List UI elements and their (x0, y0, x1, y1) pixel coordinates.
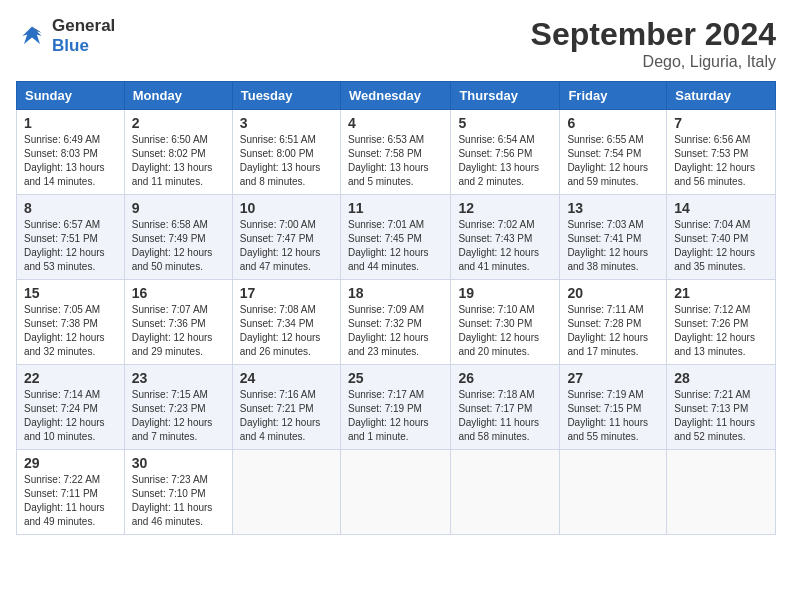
day-info-15: Sunrise: 7:05 AM Sunset: 7:38 PM Dayligh… (24, 303, 117, 359)
col-tuesday: Tuesday (232, 82, 340, 110)
day-info-17: Sunrise: 7:08 AM Sunset: 7:34 PM Dayligh… (240, 303, 333, 359)
day-number-25: 25 (348, 370, 443, 386)
day-info-30: Sunrise: 7:23 AM Sunset: 7:10 PM Dayligh… (132, 473, 225, 529)
day-cell-23: 23 Sunrise: 7:15 AM Sunset: 7:23 PM Dayl… (124, 365, 232, 450)
logo: General Blue (16, 16, 115, 57)
day-info-9: Sunrise: 6:58 AM Sunset: 7:49 PM Dayligh… (132, 218, 225, 274)
day-cell-17: 17 Sunrise: 7:08 AM Sunset: 7:34 PM Dayl… (232, 280, 340, 365)
day-info-3: Sunrise: 6:51 AM Sunset: 8:00 PM Dayligh… (240, 133, 333, 189)
col-sunday: Sunday (17, 82, 125, 110)
day-info-29: Sunrise: 7:22 AM Sunset: 7:11 PM Dayligh… (24, 473, 117, 529)
day-number-10: 10 (240, 200, 333, 216)
day-info-10: Sunrise: 7:00 AM Sunset: 7:47 PM Dayligh… (240, 218, 333, 274)
day-number-19: 19 (458, 285, 552, 301)
week-row-2: 8 Sunrise: 6:57 AM Sunset: 7:51 PM Dayli… (17, 195, 776, 280)
day-cell-7: 7 Sunrise: 6:56 AM Sunset: 7:53 PM Dayli… (667, 110, 776, 195)
day-number-23: 23 (132, 370, 225, 386)
day-number-30: 30 (132, 455, 225, 471)
location: Dego, Liguria, Italy (531, 53, 776, 71)
day-cell-29: 29 Sunrise: 7:22 AM Sunset: 7:11 PM Dayl… (17, 450, 125, 535)
day-number-22: 22 (24, 370, 117, 386)
day-info-1: Sunrise: 6:49 AM Sunset: 8:03 PM Dayligh… (24, 133, 117, 189)
day-number-12: 12 (458, 200, 552, 216)
day-number-7: 7 (674, 115, 768, 131)
day-cell-5: 5 Sunrise: 6:54 AM Sunset: 7:56 PM Dayli… (451, 110, 560, 195)
day-cell-11: 11 Sunrise: 7:01 AM Sunset: 7:45 PM Dayl… (340, 195, 450, 280)
day-number-20: 20 (567, 285, 659, 301)
day-cell-20: 20 Sunrise: 7:11 AM Sunset: 7:28 PM Dayl… (560, 280, 667, 365)
day-info-7: Sunrise: 6:56 AM Sunset: 7:53 PM Dayligh… (674, 133, 768, 189)
day-number-21: 21 (674, 285, 768, 301)
day-info-11: Sunrise: 7:01 AM Sunset: 7:45 PM Dayligh… (348, 218, 443, 274)
day-number-29: 29 (24, 455, 117, 471)
day-cell-13: 13 Sunrise: 7:03 AM Sunset: 7:41 PM Dayl… (560, 195, 667, 280)
day-cell-22: 22 Sunrise: 7:14 AM Sunset: 7:24 PM Dayl… (17, 365, 125, 450)
day-cell-27: 27 Sunrise: 7:19 AM Sunset: 7:15 PM Dayl… (560, 365, 667, 450)
day-info-18: Sunrise: 7:09 AM Sunset: 7:32 PM Dayligh… (348, 303, 443, 359)
day-cell-9: 9 Sunrise: 6:58 AM Sunset: 7:49 PM Dayli… (124, 195, 232, 280)
day-info-28: Sunrise: 7:21 AM Sunset: 7:13 PM Dayligh… (674, 388, 768, 444)
day-number-16: 16 (132, 285, 225, 301)
day-cell-12: 12 Sunrise: 7:02 AM Sunset: 7:43 PM Dayl… (451, 195, 560, 280)
week-row-4: 22 Sunrise: 7:14 AM Sunset: 7:24 PM Dayl… (17, 365, 776, 450)
day-cell-10: 10 Sunrise: 7:00 AM Sunset: 7:47 PM Dayl… (232, 195, 340, 280)
day-number-6: 6 (567, 115, 659, 131)
day-cell-26: 26 Sunrise: 7:18 AM Sunset: 7:17 PM Dayl… (451, 365, 560, 450)
day-info-20: Sunrise: 7:11 AM Sunset: 7:28 PM Dayligh… (567, 303, 659, 359)
day-cell-4: 4 Sunrise: 6:53 AM Sunset: 7:58 PM Dayli… (340, 110, 450, 195)
day-number-5: 5 (458, 115, 552, 131)
day-number-26: 26 (458, 370, 552, 386)
day-cell-30: 30 Sunrise: 7:23 AM Sunset: 7:10 PM Dayl… (124, 450, 232, 535)
day-info-13: Sunrise: 7:03 AM Sunset: 7:41 PM Dayligh… (567, 218, 659, 274)
svg-marker-0 (22, 27, 41, 45)
day-cell-8: 8 Sunrise: 6:57 AM Sunset: 7:51 PM Dayli… (17, 195, 125, 280)
header-row: Sunday Monday Tuesday Wednesday Thursday… (17, 82, 776, 110)
day-number-27: 27 (567, 370, 659, 386)
day-number-9: 9 (132, 200, 225, 216)
empty-cell (451, 450, 560, 535)
day-cell-28: 28 Sunrise: 7:21 AM Sunset: 7:13 PM Dayl… (667, 365, 776, 450)
week-row-1: 1 Sunrise: 6:49 AM Sunset: 8:03 PM Dayli… (17, 110, 776, 195)
col-monday: Monday (124, 82, 232, 110)
col-thursday: Thursday (451, 82, 560, 110)
day-number-14: 14 (674, 200, 768, 216)
day-cell-16: 16 Sunrise: 7:07 AM Sunset: 7:36 PM Dayl… (124, 280, 232, 365)
day-info-8: Sunrise: 6:57 AM Sunset: 7:51 PM Dayligh… (24, 218, 117, 274)
day-number-11: 11 (348, 200, 443, 216)
day-cell-6: 6 Sunrise: 6:55 AM Sunset: 7:54 PM Dayli… (560, 110, 667, 195)
logo-icon (16, 20, 48, 52)
empty-cell (232, 450, 340, 535)
day-cell-3: 3 Sunrise: 6:51 AM Sunset: 8:00 PM Dayli… (232, 110, 340, 195)
day-cell-14: 14 Sunrise: 7:04 AM Sunset: 7:40 PM Dayl… (667, 195, 776, 280)
day-cell-15: 15 Sunrise: 7:05 AM Sunset: 7:38 PM Dayl… (17, 280, 125, 365)
week-row-5: 29 Sunrise: 7:22 AM Sunset: 7:11 PM Dayl… (17, 450, 776, 535)
col-saturday: Saturday (667, 82, 776, 110)
day-info-23: Sunrise: 7:15 AM Sunset: 7:23 PM Dayligh… (132, 388, 225, 444)
day-info-21: Sunrise: 7:12 AM Sunset: 7:26 PM Dayligh… (674, 303, 768, 359)
day-info-6: Sunrise: 6:55 AM Sunset: 7:54 PM Dayligh… (567, 133, 659, 189)
logo-text-general: General (52, 16, 115, 36)
day-cell-2: 2 Sunrise: 6:50 AM Sunset: 8:02 PM Dayli… (124, 110, 232, 195)
day-cell-24: 24 Sunrise: 7:16 AM Sunset: 7:21 PM Dayl… (232, 365, 340, 450)
day-info-16: Sunrise: 7:07 AM Sunset: 7:36 PM Dayligh… (132, 303, 225, 359)
day-cell-25: 25 Sunrise: 7:17 AM Sunset: 7:19 PM Dayl… (340, 365, 450, 450)
empty-cell (667, 450, 776, 535)
day-number-8: 8 (24, 200, 117, 216)
day-info-19: Sunrise: 7:10 AM Sunset: 7:30 PM Dayligh… (458, 303, 552, 359)
empty-cell (340, 450, 450, 535)
day-cell-18: 18 Sunrise: 7:09 AM Sunset: 7:32 PM Dayl… (340, 280, 450, 365)
day-cell-1: 1 Sunrise: 6:49 AM Sunset: 8:03 PM Dayli… (17, 110, 125, 195)
month-title: September 2024 (531, 16, 776, 53)
calendar-table: Sunday Monday Tuesday Wednesday Thursday… (16, 81, 776, 535)
day-info-14: Sunrise: 7:04 AM Sunset: 7:40 PM Dayligh… (674, 218, 768, 274)
day-info-25: Sunrise: 7:17 AM Sunset: 7:19 PM Dayligh… (348, 388, 443, 444)
day-number-1: 1 (24, 115, 117, 131)
title-block: September 2024 Dego, Liguria, Italy (531, 16, 776, 71)
day-info-22: Sunrise: 7:14 AM Sunset: 7:24 PM Dayligh… (24, 388, 117, 444)
empty-cell (560, 450, 667, 535)
day-number-15: 15 (24, 285, 117, 301)
page-header: General Blue September 2024 Dego, Liguri… (16, 16, 776, 71)
day-info-26: Sunrise: 7:18 AM Sunset: 7:17 PM Dayligh… (458, 388, 552, 444)
day-info-12: Sunrise: 7:02 AM Sunset: 7:43 PM Dayligh… (458, 218, 552, 274)
day-number-28: 28 (674, 370, 768, 386)
